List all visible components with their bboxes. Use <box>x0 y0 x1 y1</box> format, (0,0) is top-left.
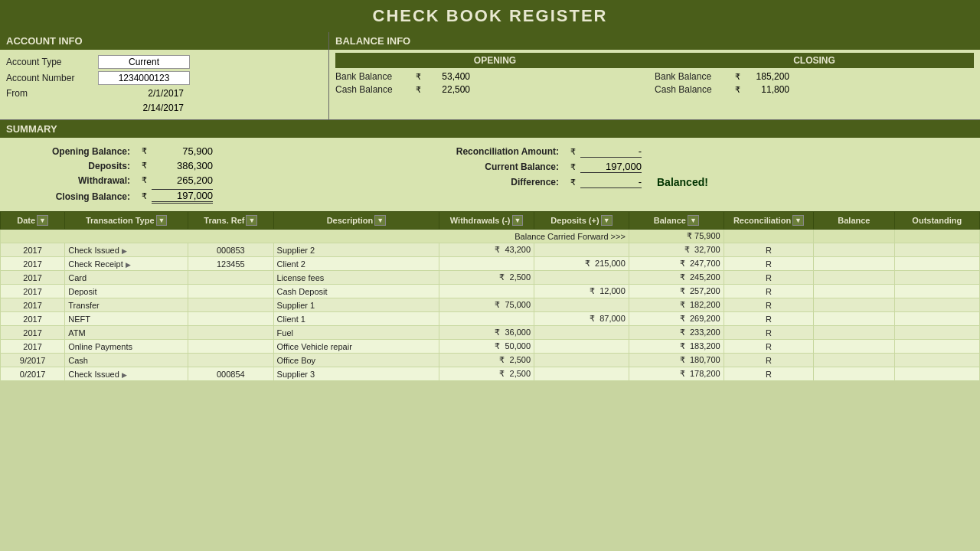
cell-desc: Fuel <box>273 326 439 340</box>
cell-outstanding <box>894 271 979 285</box>
cell-reconcile: R <box>724 312 814 326</box>
cell-outstanding <box>894 285 979 298</box>
table-row: 0/2017Check Issued ▶000854Supplier 3₹ 2,… <box>1 367 980 381</box>
cell-reconcile: R <box>724 298 814 312</box>
cell-reconcile: R <box>724 354 814 367</box>
cell-balance: ₹ 247,700 <box>629 257 724 271</box>
closing-cash-value: 11,800 <box>743 84 789 95</box>
opening-balance-summary-symbol: ₹ <box>136 146 152 156</box>
th-deposit: Deposits (+) ▼ <box>534 212 629 230</box>
cell-withdraw <box>439 257 534 271</box>
cell-date: 2017 <box>1 243 65 257</box>
reconciliation-amount-symbol: ₹ <box>565 147 580 157</box>
deposits-summary-row: Deposits: ₹ 386,300 <box>15 160 360 171</box>
opening-bank-balance-row: Bank Balance ₹ 53,400 <box>335 71 655 82</box>
balanced-label: Balanced! <box>657 176 708 188</box>
cell-date: 2017 <box>1 285 65 298</box>
cell-balance: ₹ 183,200 <box>629 340 724 354</box>
balance-info-header: BALANCE INFO <box>329 32 980 50</box>
cell-ref <box>188 354 273 367</box>
difference-value: - <box>580 176 642 188</box>
cell-reconcile: R <box>724 285 814 298</box>
cell-ref <box>188 312 273 326</box>
th-outstanding: Outstanding <box>894 212 979 230</box>
ref-dropdown[interactable]: ▼ <box>246 215 257 226</box>
date-dropdown[interactable]: ▼ <box>37 215 48 226</box>
th-desc-label: Description <box>327 216 374 225</box>
th-withdraw-label: Withdrawals (-) <box>450 216 511 225</box>
cell-desc: Office Vehicle repair <box>273 340 439 354</box>
cell-withdraw: ₹ 36,000 <box>439 326 534 340</box>
deposits-summary-symbol: ₹ <box>136 161 152 171</box>
cell-outstanding <box>894 326 979 340</box>
cell-ref <box>188 298 273 312</box>
table-row: 2017Check Issued ▶000853Supplier 2₹ 43,2… <box>1 243 980 257</box>
cell-balance: ₹ 245,200 <box>629 271 724 285</box>
th-balance2-label: Balance <box>838 216 870 225</box>
opening-header: OPENING <box>335 53 655 68</box>
closing-cash-symbol: ₹ <box>731 85 743 95</box>
th-type: Transaction Type ▼ <box>65 212 188 230</box>
cell-type: Transfer <box>65 298 188 312</box>
cf-balance2 <box>814 230 894 243</box>
cell-balance: ₹ 178,200 <box>629 367 724 381</box>
th-date-label: Date <box>17 216 35 225</box>
table-row: 2017TransferSupplier 1₹ 75,000₹ 182,200R <box>1 298 980 312</box>
cell-outstanding <box>894 354 979 367</box>
table-row: 9/2017CashOffice Boy₹ 2,500₹ 180,700R <box>1 354 980 367</box>
difference-symbol: ₹ <box>565 178 580 187</box>
withdraw-dropdown[interactable]: ▼ <box>512 215 524 226</box>
table-row: 2017CardLicense fees₹ 2,500₹ 245,200R <box>1 271 980 285</box>
cell-desc: Supplier 2 <box>273 243 439 257</box>
cell-balance2 <box>814 326 894 340</box>
cell-deposit <box>534 367 629 381</box>
cell-deposit: ₹ 215,000 <box>534 257 629 271</box>
reconciliation-amount-label: Reconciliation Amount: <box>421 146 559 157</box>
cell-date: 9/2017 <box>1 354 65 367</box>
table-row: 2017Online PaymentsOffice Vehicle repair… <box>1 340 980 354</box>
cell-type: Cash <box>65 354 188 367</box>
cell-desc: Supplier 1 <box>273 298 439 312</box>
cell-balance: ₹ 32,700 <box>629 243 724 257</box>
opening-cash-balance-row: Cash Balance ₹ 22,500 <box>335 84 655 95</box>
to-date-value: 2/14/2017 <box>98 102 190 114</box>
cell-balance2 <box>814 257 894 271</box>
th-desc: Description ▼ <box>273 212 439 230</box>
opening-bank-value: 53,400 <box>424 71 470 82</box>
th-deposit-label: Deposits (+) <box>550 216 599 225</box>
reconcile-dropdown[interactable]: ▼ <box>792 215 804 226</box>
th-balance2: Balance <box>814 212 894 230</box>
opening-cash-symbol: ₹ <box>412 85 424 95</box>
cell-ref: 000853 <box>188 243 273 257</box>
th-withdraw: Withdrawals (-) ▼ <box>439 212 534 230</box>
cell-outstanding <box>894 367 979 381</box>
cell-desc: Cash Deposit <box>273 285 439 298</box>
cell-balance: ₹ 233,200 <box>629 326 724 340</box>
cell-balance2 <box>814 243 894 257</box>
account-info-header: ACCOUNT INFO <box>0 32 328 50</box>
carried-forward-balance: ₹ 75,900 <box>629 230 724 243</box>
cell-withdraw: ₹ 2,500 <box>439 367 534 381</box>
cell-deposit <box>534 243 629 257</box>
th-reconcile-label: Reconciliation <box>733 216 791 225</box>
closing-balance-summary-label: Closing Balance: <box>15 191 130 202</box>
cell-reconcile: R <box>724 257 814 271</box>
account-type-row: Account Type Current <box>6 55 322 69</box>
balance-dropdown[interactable]: ▼ <box>688 215 699 226</box>
closing-cash-label: Cash Balance <box>655 84 731 95</box>
desc-dropdown[interactable]: ▼ <box>374 215 386 226</box>
closing-balance-summary-symbol: ₹ <box>136 191 152 201</box>
cell-deposit: ₹ 12,000 <box>534 285 629 298</box>
account-type-value: Current <box>98 55 190 69</box>
cell-desc: Client 2 <box>273 257 439 271</box>
current-balance-label: Current Balance: <box>421 161 559 172</box>
reconciliation-amount-row: Reconciliation Amount: ₹ - <box>421 145 965 158</box>
deposit-dropdown[interactable]: ▼ <box>601 215 612 226</box>
cell-outstanding <box>894 257 979 271</box>
cell-ref <box>188 285 273 298</box>
cell-date: 2017 <box>1 340 65 354</box>
table-row: 2017ATMFuel₹ 36,000₹ 233,200R <box>1 326 980 340</box>
type-dropdown[interactable]: ▼ <box>156 215 168 226</box>
cell-balance2 <box>814 367 894 381</box>
opening-bank-symbol: ₹ <box>412 72 424 82</box>
